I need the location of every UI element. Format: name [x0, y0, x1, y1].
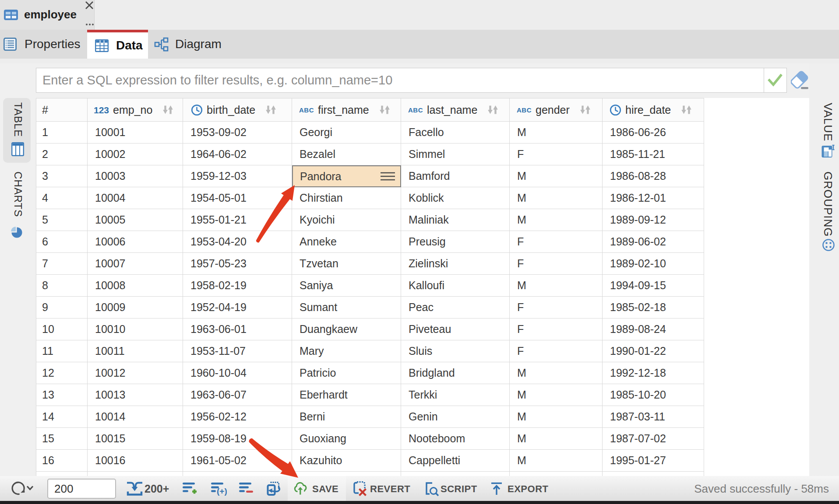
svg-text:(+): (+)	[217, 486, 227, 496]
